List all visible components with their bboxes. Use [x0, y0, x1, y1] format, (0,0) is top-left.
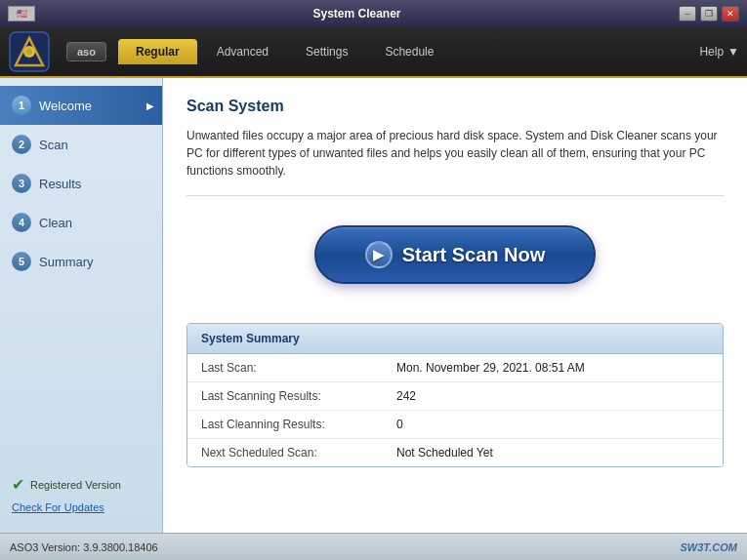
last-scan-value: Mon. November 29, 2021. 08:51 AM	[396, 361, 585, 375]
sidebar-footer: ✔ Registered Version Check For Updates	[0, 463, 162, 525]
tab-schedule[interactable]: Schedule	[367, 39, 451, 64]
app-logo	[8, 30, 51, 73]
help-button[interactable]: Help ▼	[699, 45, 739, 59]
last-cleaning-value: 0	[396, 418, 403, 431]
window-controls: – ❐ ✕	[679, 6, 739, 21]
nav-tabs: Regular Advanced Settings Schedule	[118, 39, 699, 64]
system-summary-section: System Summary Last Scan: Mon. November …	[187, 323, 724, 467]
content-area: Scan System Unwanted files occupy a majo…	[163, 78, 747, 533]
play-icon: ▶	[365, 241, 393, 268]
close-button[interactable]: ✕	[722, 6, 739, 21]
tab-regular[interactable]: Regular	[118, 39, 197, 64]
next-scan-label: Next Scheduled Scan:	[201, 446, 396, 460]
summary-header: System Summary	[187, 324, 723, 354]
registered-badge: ✔ Registered Version	[12, 475, 150, 494]
next-scan-value: Not Scheduled Yet	[396, 446, 493, 460]
tab-advanced[interactable]: Advanced	[199, 39, 286, 64]
start-scan-button[interactable]: ▶ Start Scan Now	[314, 225, 597, 284]
sidebar-item-summary[interactable]: 5 Summary	[0, 242, 162, 281]
status-bar: ASO3 Version: 3.9.3800.18406 SW3T.COM	[0, 533, 747, 560]
logo-area	[8, 30, 51, 73]
nav-bar: aso Regular Advanced Settings Schedule H…	[0, 27, 747, 78]
brand-logo: SW3T.COM	[681, 541, 737, 553]
sidebar: 1 Welcome ▶ 2 Scan 3 Results 4 Clean 5 S…	[0, 78, 163, 533]
last-scanning-label: Last Scanning Results:	[201, 389, 396, 403]
last-cleaning-label: Last Cleanning Results:	[201, 418, 396, 431]
sidebar-item-scan[interactable]: 2 Scan	[0, 125, 162, 164]
check-updates-link[interactable]: Check For Updates	[12, 501, 150, 513]
last-scan-label: Last Scan:	[201, 361, 396, 375]
table-row: Last Scanning Results: 242	[187, 382, 723, 411]
lang-flag[interactable]: 🇺🇸	[8, 6, 35, 21]
sidebar-item-clean[interactable]: 4 Clean	[0, 203, 162, 242]
tab-settings[interactable]: Settings	[288, 39, 365, 64]
minimize-button[interactable]: –	[679, 6, 696, 21]
scan-button-area: ▶ Start Scan Now	[187, 225, 724, 284]
table-row: Next Scheduled Scan: Not Scheduled Yet	[187, 439, 723, 466]
sidebar-item-welcome[interactable]: 1 Welcome ▶	[0, 86, 162, 125]
content-description: Unwanted files occupy a major area of pr…	[187, 127, 724, 196]
restore-button[interactable]: ❐	[700, 6, 718, 21]
sidebar-arrow-icon: ▶	[146, 100, 154, 111]
last-scanning-value: 242	[396, 389, 416, 403]
version-label: ASO3 Version: 3.9.3800.18406	[10, 541, 158, 553]
sidebar-item-results[interactable]: 3 Results	[0, 164, 162, 203]
aso-badge: aso	[66, 42, 106, 61]
table-row: Last Scan: Mon. November 29, 2021. 08:51…	[187, 354, 723, 382]
window-title: System Cleaner	[35, 7, 679, 20]
title-bar: 🇺🇸 System Cleaner – ❐ ✕	[0, 0, 747, 27]
table-row: Last Cleanning Results: 0	[187, 411, 723, 439]
main-layout: 1 Welcome ▶ 2 Scan 3 Results 4 Clean 5 S…	[0, 78, 747, 533]
page-title: Scan System	[187, 98, 724, 115]
checkmark-icon: ✔	[12, 475, 24, 494]
svg-point-3	[26, 49, 32, 55]
